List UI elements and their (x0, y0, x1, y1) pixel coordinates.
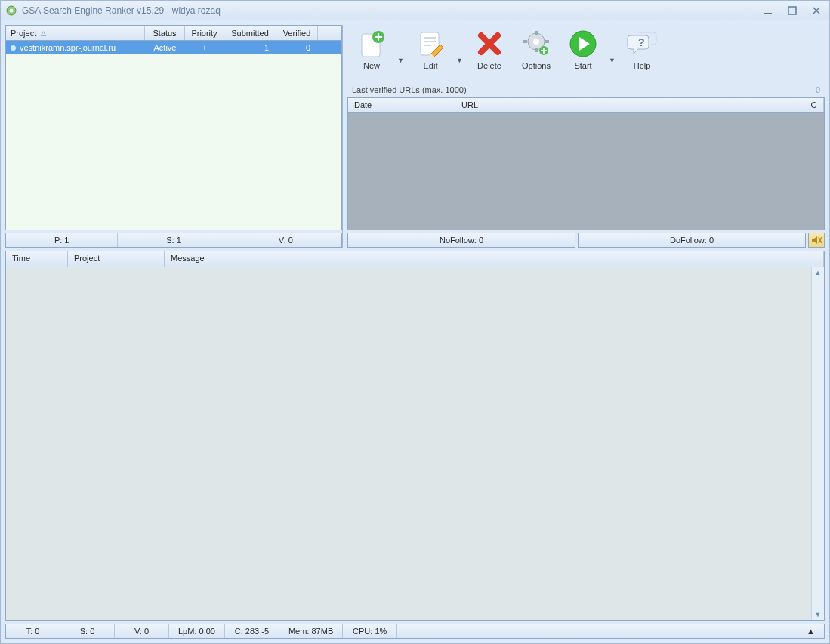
status-lpm: LpM: 0.00 (169, 624, 225, 638)
svg-rect-3 (788, 7, 796, 14)
summary-v: V: 0 (230, 233, 341, 247)
options-icon (520, 28, 552, 60)
url-body[interactable] (347, 113, 825, 230)
scroll-up-icon[interactable]: ▲ (815, 269, 822, 276)
maximize-button[interactable] (784, 5, 801, 17)
edit-icon (415, 28, 446, 60)
status-dropdown-icon[interactable]: ▲ (807, 625, 815, 636)
delete-icon (474, 28, 505, 60)
new-icon (356, 28, 387, 60)
svg-point-1 (10, 8, 14, 12)
project-row[interactable]: vestnikramn.spr-journal.ru Active + 1 0 (6, 41, 341, 54)
help-button[interactable]: ? Help (621, 28, 663, 70)
window-title: GSA Search Engine Ranker v15.29 - widya … (22, 5, 760, 16)
projects-header: Project△ Status Priority Submitted Verif… (5, 25, 342, 41)
delete-button[interactable]: Delete (468, 28, 511, 70)
help-icon: ? (626, 28, 658, 60)
col-verified[interactable]: Verified (276, 26, 318, 40)
close-button[interactable] (808, 5, 825, 17)
svg-rect-7 (424, 37, 436, 39)
status-cpu: CPU: 1% (343, 624, 397, 638)
start-label: Start (574, 61, 591, 70)
verified-count: 0 (816, 85, 820, 94)
status-v: V: 0 (115, 624, 169, 638)
svg-rect-8 (424, 41, 436, 42)
col-c[interactable]: C (804, 98, 824, 112)
status-dot-icon (11, 45, 16, 51)
svg-rect-14 (523, 40, 527, 43)
svg-rect-15 (545, 40, 549, 43)
project-submitted: 1 (224, 43, 276, 52)
svg-rect-2 (764, 13, 772, 14)
log-panel: Time Project Message ▲ ▼ (5, 251, 825, 621)
toolbar: New ▼ Edit ▼ Delete Options (347, 25, 825, 84)
edit-button[interactable]: Edit (409, 28, 452, 70)
summary-p: P: 1 (6, 233, 118, 247)
col-priority[interactable]: Priority (185, 26, 224, 40)
title-bar: GSA Search Engine Ranker v15.29 - widya … (1, 1, 829, 20)
svg-rect-12 (535, 31, 538, 35)
col-url[interactable]: URL (455, 98, 804, 112)
options-label: Options (522, 61, 551, 70)
dofollow-cell: DoFollow: 0 (578, 233, 806, 248)
start-button[interactable]: Start (562, 28, 604, 70)
col-time[interactable]: Time (6, 251, 68, 267)
project-priority: + (185, 43, 224, 52)
app-icon (5, 5, 17, 17)
edit-label: Edit (424, 61, 438, 70)
status-c: C: 283 -5 (225, 624, 279, 638)
col-project[interactable]: Project△ (6, 26, 145, 40)
verified-text: Last verified URLs (max. 1000) (352, 85, 467, 94)
minimize-button[interactable] (760, 5, 776, 17)
new-label: New (363, 61, 380, 70)
status-bar: T: 0 S: 0 V: 0 LpM: 0.00 C: 283 -5 Mem: … (5, 624, 825, 639)
projects-body[interactable]: vestnikramn.spr-journal.ru Active + 1 0 (5, 41, 342, 230)
svg-point-11 (533, 39, 539, 45)
col-date[interactable]: Date (348, 98, 455, 112)
log-body[interactable]: ▲ ▼ (6, 267, 824, 620)
mute-button[interactable] (808, 233, 825, 248)
options-button[interactable]: Options (515, 28, 557, 70)
project-status: Active (145, 43, 185, 52)
col-log-project[interactable]: Project (68, 251, 165, 267)
scroll-down-icon[interactable]: ▼ (815, 611, 822, 618)
status-t: T: 0 (6, 624, 60, 638)
log-scrollbar[interactable]: ▲ ▼ (811, 267, 824, 620)
col-status[interactable]: Status (145, 26, 185, 40)
col-message[interactable]: Message (165, 251, 824, 267)
sort-asc-icon: △ (41, 29, 46, 37)
help-label: Help (634, 61, 651, 70)
start-icon (567, 28, 599, 60)
svg-rect-13 (535, 48, 538, 52)
url-header: Date URL C (347, 97, 825, 113)
new-dropdown[interactable]: ▼ (397, 46, 405, 64)
edit-dropdown[interactable]: ▼ (456, 46, 464, 64)
svg-text:?: ? (638, 36, 645, 48)
col-project-label: Project (11, 29, 36, 38)
start-dropdown[interactable]: ▼ (609, 46, 616, 64)
new-button[interactable]: New (350, 28, 393, 70)
right-panel: New ▼ Edit ▼ Delete Options (347, 25, 825, 248)
svg-rect-9 (424, 45, 431, 46)
projects-panel: Project△ Status Priority Submitted Verif… (5, 25, 343, 248)
summary-s: S: 1 (118, 233, 230, 247)
follow-bar: NoFollow: 0 DoFollow: 0 (347, 233, 825, 248)
log-header: Time Project Message (6, 251, 824, 267)
project-summary-bar: P: 1 S: 1 V: 0 (5, 233, 342, 248)
project-name: vestnikramn.spr-journal.ru (20, 43, 116, 52)
col-submitted[interactable]: Submitted (224, 26, 276, 40)
status-spacer: ▲ (397, 624, 824, 638)
delete-label: Delete (477, 61, 501, 70)
verified-urls-label: Last verified URLs (max. 1000) 0 (347, 84, 825, 96)
nofollow-cell: NoFollow: 0 (347, 233, 575, 248)
project-verified: 0 (276, 43, 318, 52)
status-mem: Mem: 87MB (279, 624, 343, 638)
status-s: S: 0 (60, 624, 115, 638)
